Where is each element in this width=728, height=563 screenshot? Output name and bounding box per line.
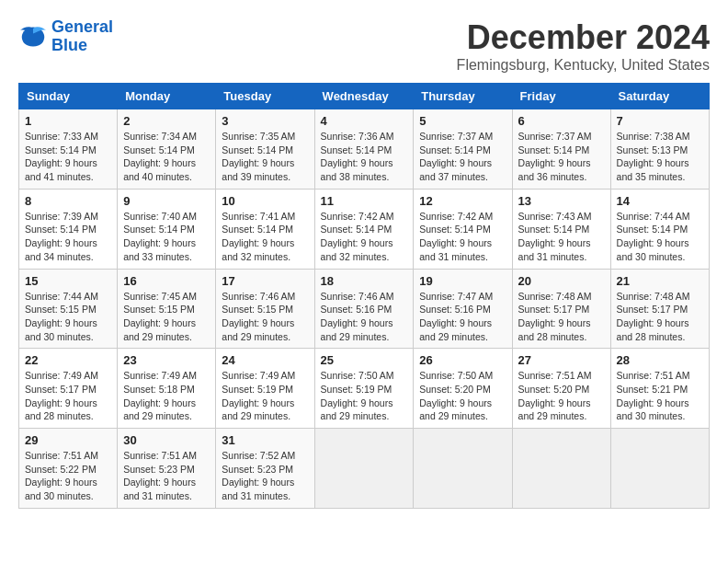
day-number: 30 xyxy=(123,433,210,447)
day-cell-9: 9Sunrise: 7:40 AM Sunset: 5:14 PM Daylig… xyxy=(118,189,216,269)
day-cell-14: 14Sunrise: 7:44 AM Sunset: 5:14 PM Dayli… xyxy=(610,189,709,269)
day-number: 1 xyxy=(25,114,111,128)
day-number: 2 xyxy=(123,114,210,128)
empty-day-cell xyxy=(314,429,414,509)
day-info: Sunrise: 7:37 AM Sunset: 5:14 PM Dayligh… xyxy=(419,130,506,184)
day-number: 8 xyxy=(25,194,111,208)
day-number: 3 xyxy=(222,114,308,128)
day-cell-26: 26Sunrise: 7:50 AM Sunset: 5:20 PM Dayli… xyxy=(414,349,512,429)
col-tuesday: Tuesday xyxy=(216,84,314,109)
day-number: 20 xyxy=(518,274,605,288)
day-cell-8: 8Sunrise: 7:39 AM Sunset: 5:14 PM Daylig… xyxy=(19,189,118,269)
day-number: 5 xyxy=(419,114,506,128)
calendar-week-1: 1Sunrise: 7:33 AM Sunset: 5:14 PM Daylig… xyxy=(19,109,710,190)
day-cell-21: 21Sunrise: 7:48 AM Sunset: 5:17 PM Dayli… xyxy=(610,269,709,349)
day-cell-7: 7Sunrise: 7:38 AM Sunset: 5:13 PM Daylig… xyxy=(610,109,709,190)
day-number: 25 xyxy=(321,353,408,367)
day-cell-20: 20Sunrise: 7:48 AM Sunset: 5:17 PM Dayli… xyxy=(512,269,610,349)
day-number: 17 xyxy=(222,274,308,288)
day-info: Sunrise: 7:35 AM Sunset: 5:14 PM Dayligh… xyxy=(222,130,308,184)
page-header: General Blue December 2024 Flemingsburg,… xyxy=(18,18,710,74)
day-cell-11: 11Sunrise: 7:42 AM Sunset: 5:14 PM Dayli… xyxy=(314,189,414,269)
day-cell-18: 18Sunrise: 7:46 AM Sunset: 5:16 PM Dayli… xyxy=(314,269,414,349)
day-info: Sunrise: 7:49 AM Sunset: 5:19 PM Dayligh… xyxy=(222,369,308,423)
logo-text: General Blue xyxy=(51,18,113,55)
day-cell-10: 10Sunrise: 7:41 AM Sunset: 5:14 PM Dayli… xyxy=(216,189,314,269)
day-info: Sunrise: 7:51 AM Sunset: 5:22 PM Dayligh… xyxy=(25,449,111,503)
day-number: 22 xyxy=(25,353,111,367)
calendar-header-row: Sunday Monday Tuesday Wednesday Thursday… xyxy=(19,84,710,109)
day-info: Sunrise: 7:51 AM Sunset: 5:21 PM Dayligh… xyxy=(617,369,703,423)
page-title: December 2024 xyxy=(457,18,710,57)
day-cell-30: 30Sunrise: 7:51 AM Sunset: 5:23 PM Dayli… xyxy=(118,429,216,509)
day-number: 15 xyxy=(25,274,111,288)
day-info: Sunrise: 7:45 AM Sunset: 5:15 PM Dayligh… xyxy=(123,290,210,344)
day-cell-24: 24Sunrise: 7:49 AM Sunset: 5:19 PM Dayli… xyxy=(216,349,314,429)
day-cell-23: 23Sunrise: 7:49 AM Sunset: 5:18 PM Dayli… xyxy=(118,349,216,429)
empty-day-cell xyxy=(610,429,709,509)
day-number: 14 xyxy=(617,194,703,208)
day-info: Sunrise: 7:47 AM Sunset: 5:16 PM Dayligh… xyxy=(419,290,506,344)
day-number: 12 xyxy=(419,194,506,208)
day-number: 16 xyxy=(123,274,210,288)
day-cell-19: 19Sunrise: 7:47 AM Sunset: 5:16 PM Dayli… xyxy=(414,269,512,349)
day-info: Sunrise: 7:37 AM Sunset: 5:14 PM Dayligh… xyxy=(518,130,605,184)
day-number: 27 xyxy=(518,353,605,367)
col-wednesday: Wednesday xyxy=(314,84,414,109)
col-thursday: Thursday xyxy=(414,84,512,109)
page-subtitle: Flemingsburg, Kentucky, United States xyxy=(457,57,710,74)
day-cell-1: 1Sunrise: 7:33 AM Sunset: 5:14 PM Daylig… xyxy=(19,109,118,190)
day-info: Sunrise: 7:40 AM Sunset: 5:14 PM Dayligh… xyxy=(123,210,210,264)
day-cell-31: 31Sunrise: 7:52 AM Sunset: 5:23 PM Dayli… xyxy=(216,429,314,509)
day-info: Sunrise: 7:43 AM Sunset: 5:14 PM Dayligh… xyxy=(518,210,605,264)
day-info: Sunrise: 7:44 AM Sunset: 5:15 PM Dayligh… xyxy=(25,290,111,344)
day-cell-15: 15Sunrise: 7:44 AM Sunset: 5:15 PM Dayli… xyxy=(19,269,118,349)
col-friday: Friday xyxy=(512,84,610,109)
day-info: Sunrise: 7:39 AM Sunset: 5:14 PM Dayligh… xyxy=(25,210,111,264)
day-number: 28 xyxy=(617,353,703,367)
day-number: 13 xyxy=(518,194,605,208)
day-info: Sunrise: 7:50 AM Sunset: 5:19 PM Dayligh… xyxy=(321,369,408,423)
day-number: 31 xyxy=(222,433,308,447)
day-cell-4: 4Sunrise: 7:36 AM Sunset: 5:14 PM Daylig… xyxy=(314,109,414,190)
day-number: 26 xyxy=(419,353,506,367)
calendar-week-4: 22Sunrise: 7:49 AM Sunset: 5:17 PM Dayli… xyxy=(19,349,710,429)
day-cell-12: 12Sunrise: 7:42 AM Sunset: 5:14 PM Dayli… xyxy=(414,189,512,269)
day-info: Sunrise: 7:48 AM Sunset: 5:17 PM Dayligh… xyxy=(518,290,605,344)
day-info: Sunrise: 7:50 AM Sunset: 5:20 PM Dayligh… xyxy=(419,369,506,423)
day-info: Sunrise: 7:46 AM Sunset: 5:15 PM Dayligh… xyxy=(222,290,308,344)
day-info: Sunrise: 7:52 AM Sunset: 5:23 PM Dayligh… xyxy=(222,449,308,503)
col-saturday: Saturday xyxy=(610,84,709,109)
empty-day-cell xyxy=(512,429,610,509)
day-info: Sunrise: 7:51 AM Sunset: 5:20 PM Dayligh… xyxy=(518,369,605,423)
col-monday: Monday xyxy=(118,84,216,109)
day-cell-28: 28Sunrise: 7:51 AM Sunset: 5:21 PM Dayli… xyxy=(610,349,709,429)
day-number: 19 xyxy=(419,274,506,288)
day-info: Sunrise: 7:49 AM Sunset: 5:17 PM Dayligh… xyxy=(25,369,111,423)
calendar-week-5: 29Sunrise: 7:51 AM Sunset: 5:22 PM Dayli… xyxy=(19,429,710,509)
day-cell-3: 3Sunrise: 7:35 AM Sunset: 5:14 PM Daylig… xyxy=(216,109,314,190)
day-cell-2: 2Sunrise: 7:34 AM Sunset: 5:14 PM Daylig… xyxy=(118,109,216,190)
day-number: 24 xyxy=(222,353,308,367)
day-cell-29: 29Sunrise: 7:51 AM Sunset: 5:22 PM Dayli… xyxy=(19,429,118,509)
day-info: Sunrise: 7:33 AM Sunset: 5:14 PM Dayligh… xyxy=(25,130,111,184)
title-area: December 2024 Flemingsburg, Kentucky, Un… xyxy=(457,18,710,74)
day-cell-16: 16Sunrise: 7:45 AM Sunset: 5:15 PM Dayli… xyxy=(118,269,216,349)
day-info: Sunrise: 7:36 AM Sunset: 5:14 PM Dayligh… xyxy=(321,130,408,184)
calendar-week-3: 15Sunrise: 7:44 AM Sunset: 5:15 PM Dayli… xyxy=(19,269,710,349)
day-number: 4 xyxy=(321,114,408,128)
day-number: 10 xyxy=(222,194,308,208)
logo-icon xyxy=(18,24,48,50)
day-info: Sunrise: 7:42 AM Sunset: 5:14 PM Dayligh… xyxy=(419,210,506,264)
day-number: 6 xyxy=(518,114,605,128)
day-cell-25: 25Sunrise: 7:50 AM Sunset: 5:19 PM Dayli… xyxy=(314,349,414,429)
day-cell-13: 13Sunrise: 7:43 AM Sunset: 5:14 PM Dayli… xyxy=(512,189,610,269)
day-info: Sunrise: 7:48 AM Sunset: 5:17 PM Dayligh… xyxy=(617,290,703,344)
calendar-table: Sunday Monday Tuesday Wednesday Thursday… xyxy=(18,83,710,509)
day-number: 9 xyxy=(123,194,210,208)
day-number: 7 xyxy=(617,114,703,128)
day-info: Sunrise: 7:51 AM Sunset: 5:23 PM Dayligh… xyxy=(123,449,210,503)
day-cell-22: 22Sunrise: 7:49 AM Sunset: 5:17 PM Dayli… xyxy=(19,349,118,429)
day-info: Sunrise: 7:42 AM Sunset: 5:14 PM Dayligh… xyxy=(321,210,408,264)
day-info: Sunrise: 7:41 AM Sunset: 5:14 PM Dayligh… xyxy=(222,210,308,264)
